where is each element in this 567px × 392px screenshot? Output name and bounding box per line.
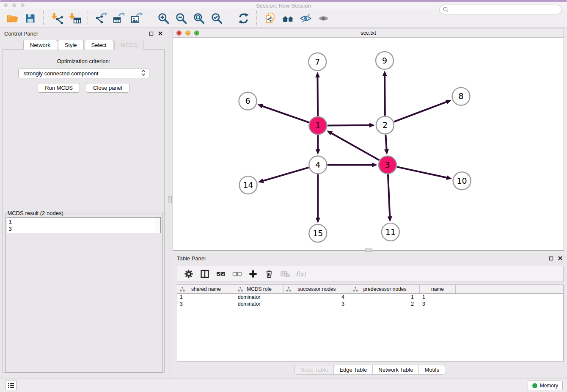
table-cell[interactable]: 1	[177, 294, 235, 301]
graph-edge-1-7[interactable]	[317, 77, 318, 116]
float-panel-icon[interactable]	[149, 31, 154, 36]
graph-node-label: 14	[243, 180, 253, 190]
zoom-out-button[interactable]	[174, 11, 188, 26]
hierarchy-icon	[238, 287, 243, 293]
refresh-layout-button[interactable]	[236, 11, 250, 26]
duplicate-network-button[interactable]	[263, 11, 277, 26]
columns-button[interactable]	[198, 268, 211, 280]
app-window: Session: New Session Control Panel Netwo…	[0, 0, 567, 392]
task-history-button[interactable]	[5, 381, 17, 390]
graph-edge-1-6[interactable]	[262, 106, 309, 122]
mcds-result-title: MCDS result (2 nodes)	[7, 210, 64, 216]
table-row[interactable]: 1dominator411	[177, 294, 563, 301]
panel-splitter[interactable]	[167, 28, 173, 378]
graph-edge-2-3[interactable]	[385, 135, 386, 150]
graph-edge-3-10[interactable]	[397, 167, 448, 178]
delete-table-icon	[280, 269, 290, 279]
export-image-button[interactable]	[129, 11, 144, 26]
graph-edge-arrow	[372, 163, 377, 167]
save-session-button[interactable]	[23, 11, 37, 26]
graph-edge-arrow	[383, 71, 387, 76]
hierarchy-icon	[353, 287, 358, 293]
zoom-out-icon	[175, 12, 187, 25]
table-cell[interactable]: dominator	[235, 301, 284, 307]
node-table: shared nameMCDS rolesuccessor nodesprede…	[177, 284, 564, 362]
zoom-in-button[interactable]	[156, 11, 171, 26]
show-all-button[interactable]	[316, 11, 330, 26]
column-header-predecessor-nodes[interactable]: predecessor nodes	[350, 285, 420, 293]
column-label: MCDS role	[247, 286, 272, 292]
criterion-select[interactable]: strongly connected component	[18, 69, 149, 78]
add-row-button[interactable]	[247, 268, 259, 280]
deselect-all-icon	[232, 269, 242, 279]
columns-icon	[200, 269, 210, 279]
tab-select[interactable]: Select	[85, 40, 113, 50]
column-header-shared-name[interactable]: shared name	[177, 285, 235, 293]
export-table-button[interactable]	[112, 11, 126, 26]
table-cell[interactable]: dominator	[235, 294, 284, 301]
export-table-icon	[113, 12, 125, 25]
graph-edge-3-11[interactable]	[388, 174, 390, 217]
memory-button[interactable]: Memory	[528, 381, 563, 390]
hide-selected-button[interactable]	[298, 11, 313, 26]
graph-node-label: 2	[383, 120, 388, 130]
tab-node-table[interactable]: Node Table	[295, 365, 334, 374]
table-cell[interactable]: 1	[350, 294, 420, 301]
network-splitter-grip[interactable]	[365, 248, 372, 252]
search-box[interactable]	[439, 5, 562, 14]
graph-node-label: 11	[385, 227, 396, 237]
open-session-button[interactable]	[5, 11, 19, 26]
result-scrollbar[interactable]	[155, 218, 160, 233]
delete-row-button[interactable]	[263, 268, 275, 280]
hierarchy-icon	[286, 287, 291, 293]
tab-network-table[interactable]: Network Table	[373, 365, 419, 374]
table-cell[interactable]: 2	[350, 301, 420, 307]
select-all-icon	[216, 269, 226, 279]
table-cell[interactable]: 1	[420, 294, 456, 301]
search-input[interactable]	[449, 7, 561, 13]
tab-edge-table[interactable]: Edge Table	[334, 365, 373, 374]
mcds-result-text[interactable]: 13	[7, 217, 161, 233]
tab-style[interactable]: Style	[58, 40, 84, 50]
column-header-successor-nodes[interactable]: successor nodes	[284, 285, 350, 293]
criterion-selected-value: strongly connected component	[24, 70, 99, 77]
export-network-icon	[95, 12, 107, 25]
splitter-grip[interactable]	[168, 196, 172, 203]
hierarchy-icon	[180, 287, 185, 293]
settings-button[interactable]	[182, 268, 195, 280]
control-panel: Control Panel NetworkStyleSelectMCDS Opt…	[0, 28, 167, 378]
tab-mcds[interactable]: MCDS	[114, 40, 144, 50]
table-cell[interactable]: 3	[284, 301, 350, 307]
graph-edge-arrow	[388, 216, 392, 222]
toolbar-separator	[150, 11, 150, 26]
close-table-panel-icon[interactable]	[558, 256, 563, 261]
column-header-mcds-role[interactable]: MCDS role	[235, 285, 284, 293]
float-table-panel-icon[interactable]	[549, 256, 553, 261]
first-neighbors-button[interactable]	[281, 11, 295, 26]
graph-edge-3-1[interactable]	[331, 133, 380, 160]
close-panel-button[interactable]: Close panel	[86, 83, 129, 93]
table-cell[interactable]: 3	[177, 301, 235, 307]
select-all-button[interactable]	[215, 268, 227, 280]
run-mcds-button[interactable]: Run MCDS	[38, 83, 80, 93]
network-canvas[interactable]: 7968124314101511	[173, 38, 564, 250]
tab-motifs[interactable]: Motifs	[419, 365, 445, 374]
close-panel-icon[interactable]	[158, 31, 163, 36]
graph-edge-4-14[interactable]	[262, 168, 309, 181]
export-network-button[interactable]	[94, 11, 108, 26]
deselect-all-button[interactable]	[231, 268, 243, 280]
column-header-name[interactable]: name	[420, 285, 456, 293]
graph-edge-2-9[interactable]	[385, 75, 385, 116]
import-network-button[interactable]	[50, 11, 64, 26]
table-header-row: shared nameMCDS rolesuccessor nodesprede…	[177, 285, 563, 294]
graph-edge-1-2[interactable]	[328, 125, 370, 126]
show-all-icon	[317, 12, 330, 25]
table-cell[interactable]: 4	[284, 294, 350, 301]
zoom-selected-button[interactable]	[209, 11, 224, 26]
table-cell[interactable]: 3	[420, 301, 456, 307]
import-table-button[interactable]	[67, 11, 82, 26]
zoom-fit-button[interactable]	[192, 11, 206, 26]
tab-network[interactable]: Network	[23, 40, 57, 50]
graph-edge-2-8[interactable]	[394, 102, 447, 122]
table-row[interactable]: 3dominator323	[177, 301, 563, 307]
